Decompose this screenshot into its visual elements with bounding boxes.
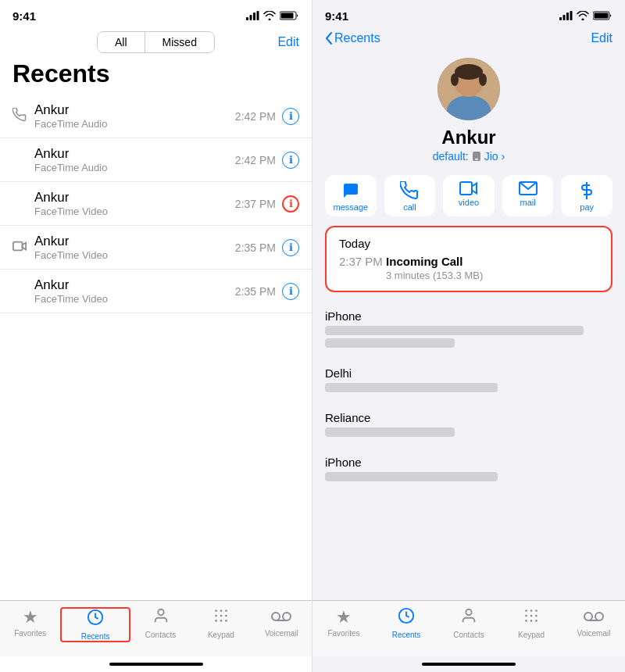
action-call-button[interactable]: call [384,175,436,216]
call-name-5: Ankur [34,277,235,293]
call-icon-4 [12,241,34,255]
right-voicemail-icon [584,607,604,627]
action-video-button[interactable]: video [443,175,495,216]
filter-all-button[interactable]: All [98,32,145,52]
svg-rect-3 [257,11,259,20]
action-pay-label: pay [580,202,594,212]
right-tab-contacts[interactable]: Contacts [438,607,500,639]
left-panel: 9:41 All Missed Edit [0,0,312,672]
info-bar-reliance [325,427,455,437]
svg-point-49 [584,613,592,620]
call-list: Ankur FaceTime Audio 2:42 PM ℹ Ankur Fac… [0,95,312,600]
svg-point-40 [525,609,527,612]
right-tab-recents[interactable]: Recents [375,607,438,639]
call-item-1[interactable]: Ankur FaceTime Audio 2:42 PM ℹ [0,95,312,138]
call-time-3: 2:37 PM [235,198,276,210]
right-home-indicator [312,656,625,672]
info-bar-iphone-2 [325,472,498,481]
info-group-iphone-2-label: iPhone [325,456,612,469]
svg-point-9 [215,609,217,612]
recents-title: Recents [0,58,312,95]
svg-rect-23 [566,13,569,20]
contacts-icon [152,607,170,629]
call-history-time: 2:37 PM [339,255,383,268]
call-item-4[interactable]: Ankur FaceTime Video 2:35 PM ℹ [0,226,312,270]
right-tab-favorites[interactable]: ★ Favorites [312,607,375,638]
call-history-type: Incoming Call [386,255,462,268]
left-tab-favorites[interactable]: ★ Favorites [0,607,60,638]
call-info-2: Ankur FaceTime Audio [34,146,235,173]
left-status-bar: 9:41 [0,0,312,28]
call-item-3[interactable]: Ankur FaceTime Video 2:37 PM ℹ [0,182,312,226]
svg-point-11 [225,609,227,612]
call-history-today: Today [339,237,598,250]
left-status-icons [246,11,299,20]
right-recents-label: Recents [392,631,421,639]
voicemail-label: Voicemail [265,629,298,638]
info-button-3[interactable]: ℹ [282,195,299,213]
right-status-bar: 9:41 [312,0,625,28]
right-voicemail-label: Voicemail [577,629,611,638]
action-message-button[interactable]: message [325,175,377,216]
svg-point-41 [530,609,533,612]
left-tab-keypad[interactable]: Keypad [191,607,251,639]
svg-rect-5 [281,13,294,19]
right-recents-icon [398,607,415,629]
back-button[interactable]: Recents [325,31,380,45]
right-keypad-icon [523,607,540,629]
avatar [438,58,500,120]
action-mail-button[interactable]: mail [502,175,554,216]
svg-point-39 [466,609,471,615]
left-edit-button[interactable]: Edit [277,35,299,49]
left-tab-contacts[interactable]: Contacts [130,607,191,639]
svg-point-46 [525,620,527,622]
svg-point-32 [479,73,487,86]
keypad-label: Keypad [208,631,234,639]
filter-bar: All Missed Edit [0,28,312,58]
info-button-4[interactable]: ℹ [282,239,299,256]
filter-segment: All Missed [97,31,215,53]
left-status-time: 9:41 [12,9,36,23]
right-contacts-icon [460,607,477,629]
left-tab-voicemail[interactable]: Voicemail [252,607,312,638]
info-button-5[interactable]: ℹ [282,283,299,300]
svg-point-16 [220,620,223,622]
right-contacts-label: Contacts [453,631,484,639]
svg-rect-35 [460,182,472,195]
action-pay-button[interactable]: pay [561,175,612,216]
right-home-bar [422,663,516,666]
call-time-1: 2:42 PM [235,110,276,123]
mail-icon [519,181,538,195]
right-edit-button[interactable]: Edit [591,31,612,45]
call-item-2[interactable]: Ankur FaceTime Audio 2:42 PM ℹ [0,138,312,182]
right-favorites-label: Favorites [327,629,359,638]
call-type-1: FaceTime Audio [34,118,235,130]
right-tab-voicemail[interactable]: Voicemail [562,607,625,638]
call-item-5[interactable]: Ankur FaceTime Video 2:35 PM ℹ [0,270,312,313]
info-button-2[interactable]: ℹ [282,152,299,169]
info-bar-delhi [325,383,498,392]
call-name-3: Ankur [34,190,235,206]
action-buttons: message call video mail [312,175,625,226]
right-favorites-icon: ★ [336,607,352,627]
svg-point-13 [220,615,223,617]
favorites-icon: ★ [23,607,38,627]
left-tab-recents[interactable]: Recents [60,607,130,642]
favorites-label: Favorites [14,629,46,638]
recents-icon [87,609,104,631]
battery-icon [280,11,299,20]
info-button-1[interactable]: ℹ [282,108,299,125]
svg-point-19 [283,613,291,620]
filter-missed-button[interactable]: Missed [145,32,214,52]
svg-rect-21 [559,17,562,20]
right-tab-bar: ★ Favorites Recents Contacts [312,600,625,656]
call-icon [400,181,419,200]
keypad-icon [212,607,230,629]
svg-point-17 [225,620,227,622]
call-name-4: Ankur [34,234,235,249]
signal-icon [246,11,259,20]
call-info-1: Ankur FaceTime Audio [34,102,235,130]
avatar-image [438,58,500,120]
right-tab-keypad[interactable]: Keypad [500,607,562,639]
info-bar-iphone-1-b [325,338,455,348]
